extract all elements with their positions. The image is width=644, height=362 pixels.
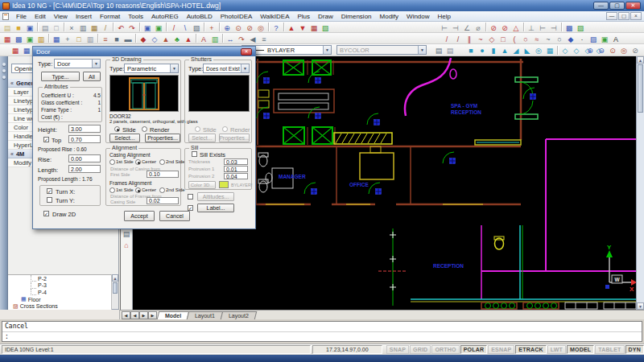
paste-icon[interactable]: ▦	[89, 23, 100, 32]
window2-icon[interactable]: ◇	[150, 34, 160, 43]
circle-icon[interactable]: ○	[521, 34, 531, 43]
save-icon[interactable]: ▣	[25, 23, 35, 32]
sketch-icon[interactable]: /	[169, 23, 180, 32]
zoom-scale-icon[interactable]: ◎	[619, 45, 630, 55]
no-snap-icon[interactable]: ⊘	[500, 23, 510, 32]
accept-button[interactable]: Accept	[124, 211, 155, 221]
view-sw-icon[interactable]: ◇	[560, 45, 571, 55]
dim-diameter-icon[interactable]: ⌀	[473, 23, 484, 32]
dim-cont-icon[interactable]: ⊣	[549, 23, 559, 32]
label-button[interactable]: Label...	[197, 204, 234, 212]
zoom-out-icon[interactable]: ⊖	[597, 45, 607, 55]
menu-modify[interactable]: Modify	[376, 12, 403, 21]
plot-style-icon[interactable]: ▤	[434, 45, 444, 55]
solid-mesh-icon[interactable]: ▦	[545, 45, 555, 55]
render-radio[interactable]	[142, 126, 147, 132]
collapsed-palette-bar[interactable]	[0, 56, 8, 310]
turn-y-checkbox[interactable]	[47, 197, 52, 203]
solid-box-icon[interactable]: ■	[466, 45, 477, 55]
mdi-close-button[interactable]: ×	[630, 12, 642, 20]
menu-autoreg[interactable]: AutoREG	[147, 12, 183, 21]
tab-model[interactable]: Model	[157, 311, 190, 319]
redo-icon[interactable]: ↷	[127, 23, 138, 32]
solid-cone-icon[interactable]: ▲	[500, 45, 510, 55]
solid-torus-icon[interactable]: ◎	[534, 45, 544, 55]
slide-radio[interactable]	[114, 126, 120, 132]
tree-item-cross-sections[interactable]: ▨Cross Sections	[8, 302, 112, 310]
casing-1st-side-radio[interactable]	[109, 159, 115, 165]
altitudes-checkbox[interactable]	[188, 194, 193, 200]
axis-icon[interactable]: +	[63, 34, 73, 43]
ellipse-icon[interactable]: ○	[555, 34, 565, 43]
menu-format[interactable]: Format	[96, 12, 124, 21]
mdi-restore-button[interactable]: ▢	[618, 12, 630, 20]
casing-2nd-side-radio[interactable]	[159, 159, 165, 165]
copy-entity-icon[interactable]: ▥	[210, 34, 221, 43]
solid-pyramid-icon[interactable]: ◣	[522, 45, 533, 55]
status-toggle-esnap[interactable]: ESNAP	[488, 345, 514, 354]
frames-2nd-side-radio[interactable]	[159, 187, 165, 193]
mdi-minimize-button[interactable]: —	[606, 12, 617, 20]
drawing-vertical-scrollbar[interactable]: ▲ ▼	[636, 56, 644, 310]
status-toggle-dyn[interactable]: DYN	[625, 345, 644, 354]
tree-item-p-2[interactable]: P-2	[8, 275, 112, 282]
status-toggle-grid[interactable]: GRID	[410, 345, 431, 354]
mirror-icon[interactable]: ◀	[248, 34, 258, 43]
solid-wedge-icon[interactable]: ◢	[511, 45, 522, 55]
zoom-realtime-icon[interactable]: ⊕	[222, 23, 233, 32]
door-icon[interactable]: ◆	[138, 34, 149, 43]
sill-exists-checkbox[interactable]	[192, 151, 197, 157]
arc-icon[interactable]: (	[510, 34, 520, 43]
polygon-icon[interactable]: ◇	[487, 34, 497, 43]
height-field[interactable]	[68, 125, 101, 133]
close-button[interactable]: ✕	[625, 2, 641, 10]
opening-tool-icon[interactable]: ▼	[298, 23, 308, 32]
menu-draw[interactable]: Draw	[314, 12, 337, 21]
grid-icon[interactable]: ▦	[52, 34, 62, 43]
print-preview-icon[interactable]: □	[52, 23, 62, 32]
menu-plus[interactable]: Plus	[294, 12, 315, 21]
room-icon[interactable]: □	[74, 34, 85, 43]
frames-1st-side-radio[interactable]	[109, 187, 115, 193]
help-icon[interactable]: ?	[271, 23, 282, 32]
menu-insert[interactable]: Insert	[72, 12, 96, 21]
frames-center-radio[interactable]	[135, 187, 141, 193]
beam-icon[interactable]: ▬	[123, 34, 134, 43]
text-icon[interactable]: A	[611, 34, 621, 43]
turn-x-checkbox[interactable]: ✓	[47, 188, 52, 194]
menu-help[interactable]: Help	[434, 12, 455, 21]
title-bar[interactable]: Idea 10 NG - [C:\4M\IDEA\Top 10 reasons\…	[0, 0, 644, 11]
solid-cylinder-icon[interactable]: ▮	[489, 45, 499, 55]
zoom-in-icon[interactable]: ⊕	[585, 45, 596, 55]
scroll-thumb[interactable]	[638, 64, 643, 113]
menu-tools[interactable]: Tools	[124, 12, 147, 21]
properties-icon[interactable]: ▨	[576, 23, 586, 32]
minimize-button[interactable]: —	[593, 2, 609, 10]
wall-tool-icon[interactable]: ▲	[287, 23, 297, 32]
autobld-wall-icon[interactable]: ▦	[2, 34, 13, 43]
menu-view[interactable]: View	[50, 12, 72, 21]
dim-v-icon[interactable]: ⊢	[538, 23, 548, 32]
plot-check-icon[interactable]: ▣	[142, 23, 153, 32]
menu-walkidea[interactable]: WalkIDEA	[256, 12, 293, 21]
tab-next-button[interactable]: ▶	[139, 311, 148, 319]
move-icon[interactable]: ↔	[225, 34, 236, 43]
label-icon[interactable]: A	[199, 34, 209, 43]
revcloud-icon[interactable]: ≈	[532, 34, 543, 43]
hatch-icon[interactable]: ▨	[588, 34, 599, 43]
block-icon[interactable]: ◆	[566, 34, 576, 43]
zoom-all-icon[interactable]: ⊙	[608, 45, 618, 55]
rotate-icon[interactable]: ↷	[237, 34, 247, 43]
menu-edit[interactable]: Edit	[31, 12, 50, 21]
slab-icon[interactable]: ▥	[85, 34, 96, 43]
cancel-button[interactable]: Cancel	[159, 211, 190, 221]
tab-last-button[interactable]: ▶	[148, 311, 157, 319]
tab-layout1[interactable]: Layout1	[187, 311, 223, 319]
update-icon[interactable]: ▣	[154, 23, 164, 32]
chevron-down-icon[interactable]: ▼	[170, 64, 178, 72]
autobld-level-icon[interactable]: ▥	[36, 34, 47, 43]
tab-prev-button[interactable]: ◀	[130, 311, 139, 319]
spline-icon[interactable]: ~	[543, 34, 554, 43]
menu-autobld[interactable]: AutoBLD	[183, 12, 217, 21]
home-view-icon[interactable]: ⌂	[122, 241, 131, 250]
